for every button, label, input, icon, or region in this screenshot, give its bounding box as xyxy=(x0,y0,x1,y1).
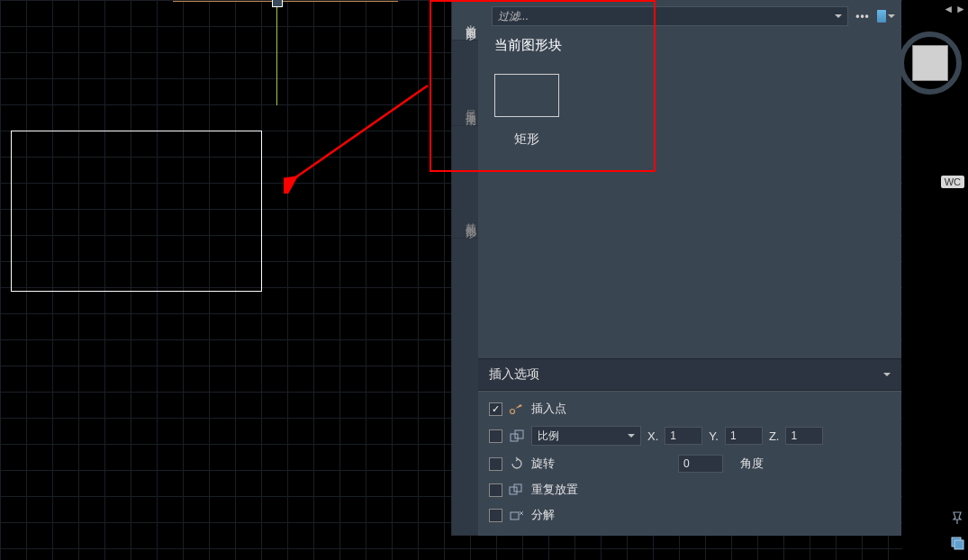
section-title: 当前图形块 xyxy=(478,30,901,65)
tab-current-drawing[interactable]: 当前图形 xyxy=(452,0,478,41)
tab-recent[interactable]: 最近使用 xyxy=(452,86,478,126)
image-icon xyxy=(877,10,886,23)
filter-input[interactable]: 过滤... xyxy=(492,6,848,26)
scale-z-input[interactable] xyxy=(785,427,823,445)
scale-select[interactable]: 比例 xyxy=(531,426,641,446)
insertion-point-checkbox[interactable] xyxy=(489,402,502,416)
option-row-scale: 比例 X. Y. Z. xyxy=(489,426,891,446)
side-toolbar xyxy=(949,510,965,551)
chevron-down-icon xyxy=(628,434,635,438)
axis-handle-horizontal xyxy=(173,1,398,2)
viewcube-face[interactable] xyxy=(912,45,948,81)
scale-icon xyxy=(509,429,525,443)
rotate-label: 旋转 xyxy=(531,456,641,472)
scale-y-input[interactable] xyxy=(725,427,763,445)
viewcube-area: ◄ ► xyxy=(903,0,966,135)
scale-x-input[interactable] xyxy=(665,427,702,445)
svg-rect-6 xyxy=(511,512,519,519)
axis-handle-vertical xyxy=(276,0,277,105)
explode-icon xyxy=(509,508,525,522)
nav-right-icon[interactable]: ► xyxy=(955,3,966,15)
drawn-rectangle[interactable] xyxy=(11,131,262,292)
explode-label: 分解 xyxy=(531,507,555,523)
nav-arrows: ◄ ► xyxy=(943,3,966,15)
option-row-rotate: 旋转 角度 xyxy=(489,455,891,473)
chevron-down-icon xyxy=(883,373,891,376)
explode-checkbox[interactable] xyxy=(489,509,502,522)
svg-rect-2 xyxy=(511,434,518,441)
chevron-down-icon xyxy=(835,14,842,18)
chevron-down-icon xyxy=(888,14,895,18)
block-label: 矩形 xyxy=(514,131,539,148)
rotate-icon xyxy=(509,456,525,471)
tab-other-drawings[interactable]: 其他图形 xyxy=(452,198,478,239)
rotate-input[interactable] xyxy=(678,455,723,473)
side-icon-pin[interactable] xyxy=(949,510,965,526)
option-row-explode: 分解 xyxy=(489,507,891,523)
nav-left-icon[interactable]: ◄ xyxy=(943,3,954,15)
option-row-insertion-point: 插入点 xyxy=(489,401,891,417)
scale-checkbox[interactable] xyxy=(489,429,502,443)
insertion-point-icon xyxy=(509,402,525,416)
repeat-checkbox[interactable] xyxy=(489,483,502,497)
more-button[interactable]: ••• xyxy=(854,7,872,25)
panel-body: 过滤... ••• 当前图形块 矩形 插入选项 xyxy=(478,0,901,536)
filter-placeholder: 过滤... xyxy=(498,9,529,24)
scale-y-label: Y. xyxy=(709,429,719,443)
option-row-repeat: 重复放置 xyxy=(489,482,891,498)
scale-x-label: X. xyxy=(647,429,658,443)
wcs-label[interactable]: WC xyxy=(941,176,964,188)
scale-z-label: Z. xyxy=(769,429,780,443)
svg-rect-5 xyxy=(514,484,521,492)
rotate-unit-label: 角度 xyxy=(740,456,764,472)
repeat-icon xyxy=(509,483,525,497)
right-strip: ◄ ► WC xyxy=(902,0,968,560)
block-thumbnail xyxy=(494,74,559,117)
side-icon-layers[interactable] xyxy=(949,535,965,551)
svg-rect-4 xyxy=(510,487,517,494)
insertion-point-label: 插入点 xyxy=(531,401,566,417)
rotate-checkbox[interactable] xyxy=(489,457,502,471)
insert-options-title: 插入选项 xyxy=(489,366,539,383)
svg-point-1 xyxy=(511,410,515,414)
blocks-panel: 当前图形 最近使用 其他图形 过滤... ••• 当前图形块 矩形 xyxy=(451,0,901,536)
panel-toolbar: 过滤... ••• xyxy=(478,0,901,30)
viewcube[interactable] xyxy=(903,36,957,90)
insert-options-body: 插入点 比例 X. Y. Z. xyxy=(478,391,901,536)
axis-handle-grip[interactable] xyxy=(272,0,283,7)
block-gallery: 矩形 xyxy=(478,65,901,157)
repeat-label: 重复放置 xyxy=(531,482,578,498)
svg-rect-8 xyxy=(954,540,963,549)
view-mode-button[interactable] xyxy=(877,7,895,25)
vertical-tabs: 当前图形 最近使用 其他图形 xyxy=(452,0,478,536)
block-item-rectangle[interactable]: 矩形 xyxy=(494,74,559,148)
insert-options-header[interactable]: 插入选项 xyxy=(478,358,901,391)
